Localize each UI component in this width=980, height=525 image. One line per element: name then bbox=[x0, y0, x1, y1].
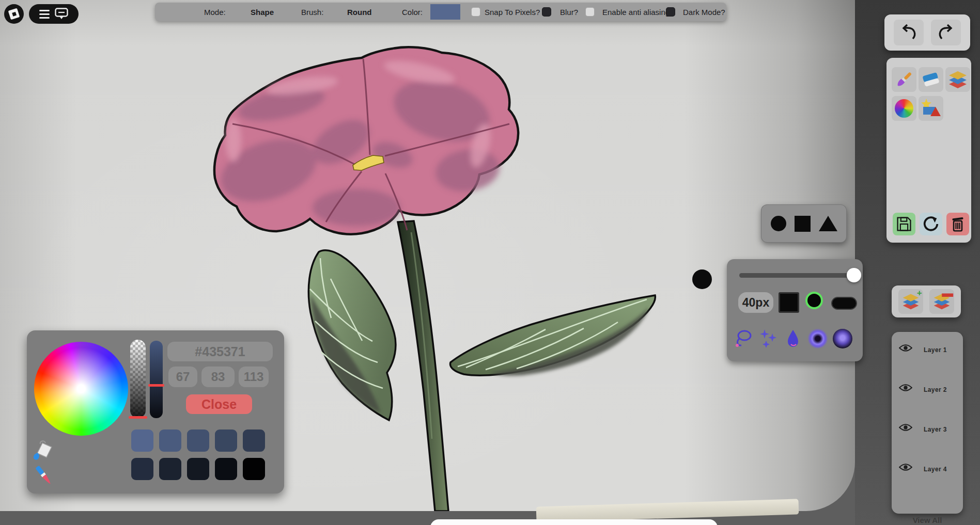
shape-select-popup bbox=[761, 204, 847, 243]
alpha-slider-marker bbox=[129, 416, 147, 419]
color-wheel-tool-button[interactable] bbox=[892, 96, 916, 121]
shapes-tool-button[interactable] bbox=[919, 96, 943, 121]
hue-color-wheel[interactable] bbox=[34, 342, 128, 436]
layers-list-panel: Layer 1 Layer 2 Layer 3 Layer 4 bbox=[892, 332, 963, 514]
square-shape-option[interactable] bbox=[795, 216, 811, 232]
anti-aliasing-label: Enable anti aliasing? bbox=[602, 3, 674, 21]
visibility-eye-icon[interactable] bbox=[899, 423, 912, 432]
layer-name[interactable]: Layer 1 bbox=[924, 346, 947, 354]
roblox-logo-button[interactable] bbox=[4, 4, 24, 24]
soft-ring-icon bbox=[807, 328, 828, 349]
minus-badge: ▬ bbox=[942, 289, 953, 297]
options-toolbar: Mode: Shape Brush: Round Color: Snap To … bbox=[155, 3, 726, 21]
anti-aliasing-checkbox[interactable] bbox=[585, 7, 595, 17]
triangle-shape-option[interactable] bbox=[819, 216, 837, 231]
mode-label: Mode: bbox=[204, 3, 226, 21]
brush-label: Brush: bbox=[301, 3, 323, 21]
stem bbox=[398, 221, 448, 511]
value-slider[interactable] bbox=[150, 341, 163, 418]
system-menu-pill bbox=[29, 4, 79, 24]
palette-swatch[interactable] bbox=[131, 429, 153, 452]
palette-swatch[interactable] bbox=[159, 458, 181, 480]
blue-value-field[interactable]: 113 bbox=[239, 367, 269, 387]
color-dropper-icon bbox=[31, 464, 57, 488]
delete-button[interactable] bbox=[946, 213, 969, 235]
hex-value-field[interactable]: #435371 bbox=[167, 342, 273, 361]
palette-swatch[interactable] bbox=[243, 429, 265, 452]
blur-checkbox[interactable] bbox=[542, 7, 551, 17]
tools-panel bbox=[886, 58, 971, 243]
round-tip-option-selected[interactable] bbox=[805, 292, 823, 309]
green-value-field[interactable]: 83 bbox=[201, 367, 235, 387]
palette-swatch[interactable] bbox=[243, 458, 265, 480]
redo-button[interactable] bbox=[931, 20, 961, 45]
layers-icon bbox=[947, 69, 968, 90]
layer-name[interactable]: Layer 2 bbox=[924, 386, 947, 393]
fill-bucket-icon bbox=[32, 440, 56, 463]
reload-icon bbox=[922, 215, 940, 233]
color-picker-panel: #435371 67 83 113 Close bbox=[27, 330, 284, 494]
left-leaf bbox=[308, 250, 396, 420]
close-button[interactable]: Close bbox=[186, 394, 252, 414]
flower-head bbox=[213, 47, 519, 234]
snap-to-pixels-checkbox[interactable] bbox=[471, 7, 480, 17]
layer-name[interactable]: Layer 4 bbox=[924, 466, 947, 473]
brush-size-slider-handle[interactable] bbox=[847, 268, 861, 282]
undo-button[interactable] bbox=[894, 20, 924, 45]
visibility-eye-icon[interactable] bbox=[899, 383, 912, 392]
brush-size-slider[interactable] bbox=[739, 273, 856, 278]
brush-tool-button[interactable] bbox=[892, 67, 916, 92]
color-swatch[interactable] bbox=[430, 4, 460, 20]
color-wheel-icon bbox=[895, 99, 913, 118]
alpha-slider[interactable] bbox=[130, 340, 146, 418]
redo-icon bbox=[937, 24, 955, 41]
palette-swatch[interactable] bbox=[159, 429, 181, 452]
reload-button[interactable] bbox=[920, 213, 942, 235]
layer-buttons-panel: + ▬ bbox=[892, 285, 961, 317]
chat-icon[interactable] bbox=[55, 8, 68, 21]
lasso-effect-button[interactable] bbox=[732, 327, 755, 350]
dark-mode-checkbox[interactable] bbox=[666, 7, 675, 17]
visibility-eye-icon[interactable] bbox=[899, 343, 912, 353]
droplet-icon bbox=[783, 328, 803, 349]
brush-settings-panel: 40px bbox=[727, 259, 863, 361]
layer-name[interactable]: Layer 3 bbox=[924, 426, 947, 433]
fill-bucket-button[interactable] bbox=[32, 440, 56, 465]
palette-swatch[interactable] bbox=[215, 458, 237, 480]
mode-value[interactable]: Shape bbox=[251, 3, 274, 21]
remove-layer-button[interactable]: ▬ bbox=[929, 289, 954, 314]
color-dropper-button[interactable] bbox=[31, 464, 57, 490]
layer-row: Layer 4 bbox=[892, 463, 963, 502]
palette-swatch[interactable] bbox=[215, 429, 237, 452]
brush-value[interactable]: Round bbox=[347, 3, 371, 21]
save-icon bbox=[896, 216, 912, 232]
blur-label: Blur? bbox=[560, 3, 578, 21]
ellipse-tip-option[interactable] bbox=[831, 297, 857, 310]
circle-shape-option[interactable] bbox=[771, 216, 786, 231]
sparkle-icon bbox=[758, 328, 779, 349]
red-value-field[interactable]: 67 bbox=[168, 367, 197, 387]
menu-icon[interactable] bbox=[39, 10, 50, 19]
square-tip-option[interactable] bbox=[779, 292, 799, 313]
layer-row: Layer 3 bbox=[892, 423, 963, 463]
brush-cursor-preview bbox=[692, 269, 712, 289]
soft-orb-effect-button[interactable] bbox=[831, 327, 854, 350]
lasso-icon bbox=[733, 328, 754, 349]
soft-ring-effect-button[interactable] bbox=[806, 327, 829, 350]
droplet-effect-button[interactable] bbox=[782, 327, 804, 350]
value-slider-marker bbox=[148, 384, 164, 387]
view-all-button[interactable]: View All bbox=[892, 516, 963, 524]
sparkle-effect-button[interactable] bbox=[757, 327, 780, 350]
undo-icon bbox=[899, 24, 918, 41]
eraser-tool-button[interactable] bbox=[919, 67, 943, 92]
visibility-eye-icon[interactable] bbox=[899, 463, 912, 472]
trash-icon bbox=[950, 216, 966, 232]
layers-tool-button[interactable] bbox=[945, 67, 970, 92]
palette-swatch[interactable] bbox=[187, 429, 209, 452]
brush-size-value: 40px bbox=[738, 292, 773, 313]
palette-swatch[interactable] bbox=[187, 458, 209, 480]
palette-swatch[interactable] bbox=[131, 458, 153, 480]
add-layer-button[interactable]: + bbox=[898, 289, 923, 314]
eraser-icon bbox=[921, 70, 941, 89]
save-button[interactable] bbox=[893, 213, 915, 235]
